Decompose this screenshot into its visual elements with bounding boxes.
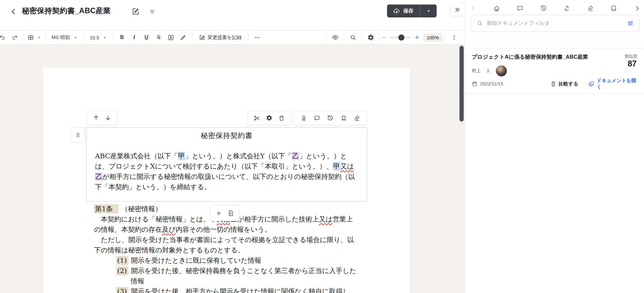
double-chevron-down-icon[interactable] bbox=[148, 7, 156, 16]
back-icon[interactable] bbox=[8, 6, 19, 17]
preamble-text: ABC産業株式会社（以下「甲」という。）と株式会社Y（以下「乙」という。）とは、… bbox=[95, 151, 355, 192]
suggest-edit-icon bbox=[199, 34, 205, 41]
stamp-icon[interactable] bbox=[587, 5, 594, 12]
open-doc-icon bbox=[588, 81, 594, 87]
stamp-icon[interactable] bbox=[354, 115, 360, 122]
zoom-slider-thumb[interactable] bbox=[398, 34, 404, 41]
divider bbox=[379, 33, 380, 42]
editor-canvas: 秘密保持契約書 ABC産業株式会社（以下「甲」という。）と株式会社Y（以下「乙」… bbox=[0, 44, 465, 293]
divider bbox=[445, 33, 445, 42]
scrollbar-thumb[interactable] bbox=[459, 46, 464, 122]
undo-button[interactable] bbox=[0, 32, 8, 43]
similar-doc-filter bbox=[471, 15, 639, 32]
award-icon[interactable] bbox=[300, 115, 307, 122]
table-icon bbox=[27, 34, 34, 41]
similar-document-card[interactable]: プロジェクトAに係る秘密保持契約書_ABC産業 類似度 87 村上 2022/1… bbox=[465, 49, 644, 93]
scissors-icon[interactable] bbox=[253, 115, 260, 122]
history-icon[interactable] bbox=[327, 115, 334, 122]
zoom-slider[interactable] bbox=[390, 37, 411, 38]
redo-icon bbox=[11, 34, 18, 41]
zoom-out-button[interactable]: − bbox=[382, 34, 386, 41]
divider bbox=[84, 33, 84, 42]
owner-row: 村上 bbox=[472, 65, 507, 76]
history-icon[interactable] bbox=[540, 5, 547, 12]
person-icon bbox=[485, 68, 491, 74]
caret-down-icon bbox=[37, 35, 42, 40]
edit-title-icon[interactable] bbox=[131, 6, 140, 16]
save-button[interactable]: 保存 bbox=[387, 5, 420, 17]
divider bbox=[362, 33, 362, 42]
save-dropdown-button[interactable] bbox=[420, 5, 437, 17]
search-document-button[interactable] bbox=[347, 32, 359, 43]
strikethrough-button[interactable]: S bbox=[153, 32, 165, 43]
eye-icon bbox=[332, 34, 339, 41]
search-icon bbox=[350, 34, 356, 41]
page-title: 秘密保持契約書_ABC産業 bbox=[22, 6, 111, 16]
more-options-button[interactable] bbox=[251, 32, 263, 43]
insert-plus-icon[interactable] bbox=[215, 210, 222, 217]
comment-icon[interactable] bbox=[314, 115, 320, 122]
move-down-icon[interactable] bbox=[105, 114, 111, 121]
insert-popup bbox=[210, 205, 240, 221]
italic-button[interactable]: I bbox=[128, 32, 140, 43]
caret-down-icon bbox=[425, 8, 432, 14]
font-size-select[interactable]: 10.5 bbox=[87, 32, 110, 43]
gear-icon bbox=[367, 34, 374, 41]
book-icon[interactable] bbox=[610, 5, 617, 12]
comment-icon[interactable] bbox=[516, 5, 524, 12]
record-suggestion-button[interactable]: 変更提案を記録 bbox=[195, 32, 245, 43]
chevron-left-icon[interactable] bbox=[469, 5, 477, 12]
similar-doc-filter-input[interactable] bbox=[487, 20, 623, 26]
cloud-upload-icon bbox=[393, 7, 400, 15]
divider bbox=[192, 33, 192, 42]
preview-button[interactable] bbox=[329, 32, 341, 43]
settings-button[interactable] bbox=[365, 32, 377, 43]
character-border-button[interactable] bbox=[165, 32, 177, 43]
bold-button[interactable]: B bbox=[116, 32, 128, 43]
highlighter-pen-icon bbox=[180, 34, 186, 41]
home-icon[interactable] bbox=[493, 5, 500, 12]
double-chevron-right-icon bbox=[454, 6, 461, 13]
divider bbox=[113, 33, 113, 42]
document-date: 2022/11/15 bbox=[480, 81, 503, 86]
font-family-select[interactable]: MS 明朝 bbox=[48, 32, 81, 43]
caret-down-icon bbox=[73, 35, 78, 40]
editor-toolbar: MS 明朝 10.5 B I U S 変更提案を記録 − + 100% bbox=[0, 30, 465, 44]
undo-icon bbox=[0, 34, 6, 41]
calendar-icon bbox=[472, 81, 478, 87]
hand-sparkle-icon[interactable] bbox=[563, 5, 571, 12]
trash-icon[interactable] bbox=[278, 115, 285, 122]
collapse-sidebar-button[interactable] bbox=[450, 3, 465, 16]
move-up-icon[interactable] bbox=[93, 114, 99, 121]
caret-down-icon bbox=[102, 35, 107, 40]
bookmark-icon[interactable] bbox=[340, 115, 347, 122]
font-family-value: MS 明朝 bbox=[52, 34, 70, 41]
search-icon bbox=[477, 20, 483, 26]
character-border-icon bbox=[167, 34, 174, 41]
insert-document-icon[interactable] bbox=[227, 210, 234, 217]
chevron-right-icon[interactable] bbox=[634, 5, 641, 12]
divider bbox=[23, 33, 24, 42]
compare-button[interactable]: 比較する bbox=[550, 80, 578, 88]
zoom-level-badge: 100% bbox=[423, 33, 442, 42]
header-bar: 秘密保持契約書_ABC産業 保存 bbox=[0, 0, 465, 30]
zoom-in-button[interactable]: + bbox=[415, 33, 419, 42]
underline-button[interactable]: U bbox=[140, 32, 153, 43]
preamble-block[interactable]: 秘密保持契約書 ABC産業株式会社（以下「甲」という。）と株式会社Y（以下「乙」… bbox=[86, 127, 367, 201]
save-label: 保存 bbox=[403, 8, 413, 15]
highlighter-button[interactable] bbox=[177, 32, 189, 43]
owner-name: 村上 bbox=[472, 68, 481, 74]
filter-sliders-icon[interactable] bbox=[627, 20, 634, 27]
open-document-button[interactable]: ドキュメントを開く bbox=[588, 80, 639, 88]
toolbar-kebab-button[interactable] bbox=[448, 32, 460, 43]
gear-icon[interactable] bbox=[266, 115, 272, 121]
similar-doc-title: プロジェクトAに係る秘密保持契約書_ABC産業 bbox=[472, 54, 613, 61]
redo-button[interactable] bbox=[8, 32, 21, 43]
block-drag-handle[interactable] bbox=[71, 127, 85, 142]
divider bbox=[248, 33, 248, 42]
divider bbox=[326, 33, 327, 42]
insert-table-button[interactable] bbox=[26, 32, 43, 43]
record-suggestion-label: 変更提案を記録 bbox=[208, 34, 242, 41]
scrollbar-track[interactable] bbox=[459, 44, 464, 293]
zoom-controls: − + 100% bbox=[382, 33, 442, 42]
